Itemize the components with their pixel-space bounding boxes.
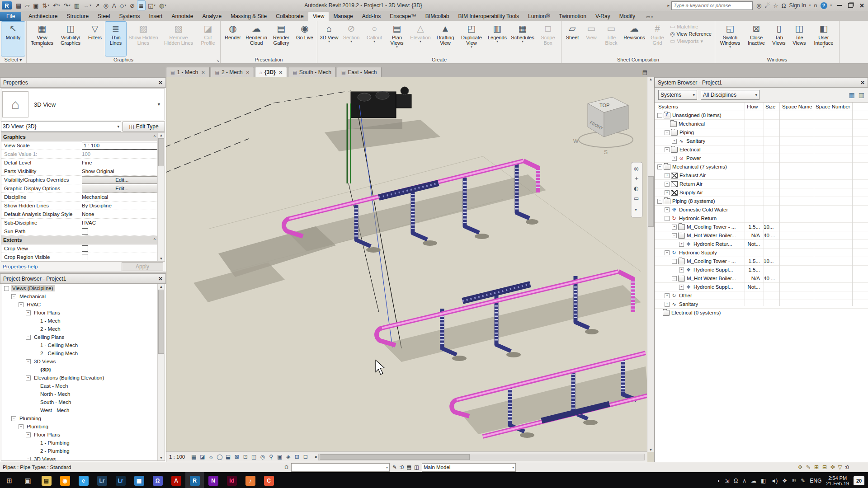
property-row-discipline[interactable]: DisciplineMechanical: [1, 193, 165, 202]
onedrive-icon[interactable]: ☁: [751, 478, 756, 484]
system-node-mechanical[interactable]: Mechanical: [655, 120, 868, 128]
view-control-icon-9[interactable]: ⚲: [267, 454, 275, 460]
view-control-icon-12[interactable]: ⊞: [293, 454, 301, 460]
section-collapse-icon[interactable]: ^: [154, 238, 156, 242]
hscroll-thumb[interactable]: [320, 454, 470, 460]
system-node-exhaust-air[interactable]: +Exhaust Air: [655, 171, 868, 180]
checkbox[interactable]: [82, 228, 88, 235]
taskbar-teams[interactable]: Ω: [148, 472, 167, 488]
property-row-visibility-graphics-overrides[interactable]: Visibility/Graphics OverridesEdit...: [1, 176, 165, 184]
expand-icon[interactable]: +: [665, 173, 670, 178]
ribbon-button-schedules[interactable]: ▦Schedules▾: [509, 22, 536, 56]
status-right-icon-1[interactable]: ✎: [806, 464, 811, 470]
section-collapse-icon[interactable]: ^: [154, 135, 156, 139]
status-right-icon-4[interactable]: ✜: [830, 464, 835, 470]
discipline-combo[interactable]: All Disciplines▾: [701, 90, 760, 100]
view-tab-2-mech[interactable]: ▤2 - Mech✕: [211, 67, 255, 77]
design-options-icon[interactable]: ▤: [406, 464, 411, 470]
ribbon-button-plan-views[interactable]: ▤Plan Views▾: [386, 22, 408, 56]
view-control-icon-1[interactable]: ◪: [198, 454, 206, 460]
taskbar-lightroom[interactable]: Lr: [93, 472, 111, 488]
taskbar-edge[interactable]: e: [74, 472, 93, 488]
system-node-electrical-0-systems-[interactable]: Electrical (0 systems): [655, 309, 868, 317]
property-row-crop-region-visible[interactable]: Crop Region Visible: [1, 253, 165, 262]
collapse-icon[interactable]: −: [19, 302, 24, 307]
canvas-horizontal-scrollbar[interactable]: ◄: [313, 454, 645, 460]
ribbon-button-tile-views[interactable]: ◫Tile Views: [789, 22, 809, 56]
ribbon-tab-modify[interactable]: Modify: [615, 12, 640, 21]
expand-icon[interactable]: −: [657, 113, 662, 118]
taskbar-groove-music[interactable]: ♪: [241, 472, 259, 488]
wifi-icon[interactable]: ≋: [792, 478, 796, 484]
view-tab--3d-[interactable]: ⌂{3D}✕: [255, 67, 287, 77]
taskbar-file-explorer[interactable]: ▤: [37, 472, 56, 488]
browser-node-3d-views[interactable]: −3D Views: [1, 357, 165, 366]
view-by-combo[interactable]: Systems▾: [658, 90, 697, 100]
collapse-icon[interactable]: −: [26, 335, 31, 340]
view-control-icon-10[interactable]: ▣: [276, 454, 283, 460]
ribbon-tab-annotate[interactable]: Annotate: [167, 12, 198, 21]
ribbon-tab-architecture[interactable]: Architecture: [24, 12, 62, 21]
property-row-sun-path[interactable]: Sun Path: [1, 227, 165, 236]
expand-icon[interactable]: −: [665, 147, 670, 152]
column-header-space-name[interactable]: Space Name: [782, 104, 812, 109]
type-selector-chevron-icon[interactable]: ▼: [157, 102, 161, 107]
taskbar-task-view[interactable]: ▣: [19, 472, 37, 488]
apply-button[interactable]: Apply: [122, 262, 163, 271]
ribbon-tab-collaborate[interactable]: Collaborate: [271, 12, 308, 21]
expand-icon[interactable]: +: [672, 225, 677, 230]
browser-node-views-discipline-[interactable]: −Views (Discipline): [1, 284, 165, 292]
status-right-icon-0[interactable]: ✥: [798, 464, 802, 470]
property-row-crop-view[interactable]: Crop View: [1, 244, 165, 253]
system-node-return-air[interactable]: +Return Air: [655, 180, 868, 188]
column-header-systems[interactable]: Systems: [658, 104, 678, 109]
system-node-m-hot-water-boiler-[interactable]: −M_Hot Water Boiler...N/A40 ...: [655, 231, 868, 240]
edit-button[interactable]: Edit...: [82, 185, 162, 192]
view-scale-control[interactable]: 1 : 100: [169, 454, 185, 460]
browser-node-floor-plans[interactable]: −Floor Plans: [1, 309, 165, 317]
view-control-icon-8[interactable]: ◎: [259, 454, 266, 460]
qat-icon-3[interactable]: ⇅▾: [41, 1, 51, 10]
workset-combo[interactable]: ▾: [291, 463, 390, 472]
canvas-vertical-scrollbar[interactable]: ▲▼: [647, 77, 654, 452]
ribbon-button-render-gallery[interactable]: ▤Render Gallery: [269, 22, 293, 56]
qat-icon-7[interactable]: ↔▾: [82, 1, 93, 10]
view-tab-list-icon[interactable]: ▤: [640, 69, 650, 75]
collapse-icon[interactable]: −: [26, 457, 31, 461]
property-row-view-scale[interactable]: View Scale1 : 100: [1, 141, 165, 150]
autofit-columns-icon[interactable]: ▦: [849, 91, 855, 99]
browser-node-ceiling-plans[interactable]: −Ceiling Plans: [1, 333, 165, 341]
project-browser-close-icon[interactable]: ✕: [158, 276, 163, 282]
system-node-supply-air[interactable]: +Supply Air: [655, 188, 868, 197]
browser-node-1-ceiling-mech[interactable]: 1 - Ceiling Mech: [1, 341, 165, 349]
ribbon-collapse-toggle[interactable]: ▭▾: [646, 14, 653, 19]
ribbon-button-visibility-graphics[interactable]: ◫Visibility/ Graphics: [57, 22, 85, 56]
ribbon-tab-steel[interactable]: Steel: [93, 12, 114, 21]
view-tab-1-mech[interactable]: ▤1 - Mech✕: [166, 67, 210, 77]
search-input[interactable]: [671, 1, 753, 10]
expand-icon[interactable]: +: [665, 302, 670, 307]
property-row-default-analysis-display-style[interactable]: Default Analysis Display StyleNone: [1, 210, 165, 219]
ribbon-button-user-interface[interactable]: ◧User Interface▾: [810, 22, 838, 56]
system-node-m-hot-water-boiler-[interactable]: −M_Hot Water Boiler...N/A40 ...: [655, 274, 868, 283]
ribbon-tab-analyze[interactable]: Analyze: [198, 12, 226, 21]
qat-icon-1[interactable]: ▱: [24, 1, 31, 10]
ribbon-tab-massing-site[interactable]: Massing & Site: [226, 12, 271, 21]
project-display-icon[interactable]: ⇲: [725, 478, 729, 484]
properties-header[interactable]: Properties ✕: [0, 77, 166, 88]
expand-icon[interactable]: +: [679, 285, 684, 290]
property-row-sub-discipline[interactable]: Sub-DisciplineHVAC: [1, 219, 165, 227]
system-node-power[interactable]: +⊙Power: [655, 154, 868, 163]
system-node-m-cooling-tower-[interactable]: +M_Cooling Tower - ...1.5...10...: [655, 223, 868, 231]
browser-node-hvac[interactable]: −HVAC: [1, 300, 165, 309]
design-options-icon2[interactable]: ◫: [414, 464, 419, 470]
search-binoculars-icon[interactable]: ◎: [756, 2, 761, 9]
collapse-icon[interactable]: −: [11, 416, 16, 421]
qat-icon-8[interactable]: ↗: [94, 1, 101, 10]
view-control-icon-2[interactable]: ☼: [207, 454, 215, 460]
collapse-icon[interactable]: −: [4, 286, 9, 291]
system-browser-header[interactable]: System Browser - Project1 ✕: [655, 77, 868, 88]
ribbon-button-sheet[interactable]: ▱Sheet: [563, 22, 582, 56]
qat-icon-15[interactable]: ◍▾: [158, 1, 168, 10]
ribbon-button-legends[interactable]: ▥Legends▾: [486, 22, 509, 56]
